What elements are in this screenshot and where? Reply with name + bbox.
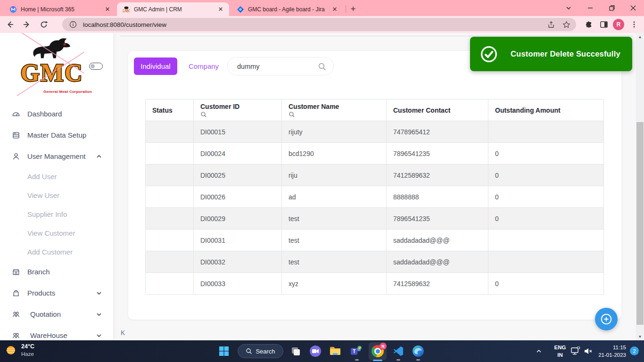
taskbar-weather-widget[interactable]: 24°C Haze — [5, 343, 34, 358]
network-icon[interactable] — [570, 346, 581, 356]
cell-id: DI00026 — [194, 186, 282, 208]
table-row[interactable]: DI00024bcd129078965412350 — [146, 143, 604, 165]
table-row[interactable]: DI00033xyz74125896320 — [146, 273, 604, 295]
gmc-logo: ✳ GMC General Meat Corporation — [6, 37, 102, 98]
table-row[interactable]: DI00032testsaddadadad@@@ — [146, 251, 604, 273]
page-scrollbar[interactable]: ▲ ▼ — [636, 33, 644, 340]
cell-contact: 7896541235 — [387, 143, 488, 165]
reload-button[interactable] — [37, 17, 51, 32]
column-search-icon[interactable] — [289, 111, 386, 118]
sidebar-item-branch[interactable]: Branch — [0, 261, 113, 282]
customer-table: StatusCustomer IDCustomer NameCustomer C… — [145, 99, 604, 295]
restore-button[interactable] — [601, 0, 623, 16]
video-app-icon[interactable] — [309, 345, 322, 357]
bookmark-star-icon[interactable] — [561, 19, 571, 30]
volume-muted-icon[interactable] — [584, 347, 593, 355]
tray-chevron-up-icon[interactable] — [536, 348, 542, 354]
file-explorer-icon[interactable] — [329, 345, 341, 357]
close-window-button[interactable] — [622, 0, 644, 16]
chrome-running-indicator — [373, 360, 382, 361]
start-button[interactable] — [218, 345, 230, 357]
language-indicator[interactable]: ENG IN — [552, 344, 569, 359]
side-panel-icon[interactable] — [598, 18, 610, 31]
edge-icon[interactable] — [412, 345, 424, 357]
notification-badge[interactable]: 2 — [630, 346, 639, 355]
minimize-button[interactable] — [579, 0, 601, 16]
forward-button[interactable] — [20, 17, 34, 32]
cell-name: test — [282, 208, 387, 230]
windows-taskbar: 24°C Haze Search T R — [0, 340, 644, 362]
scrollbar-thumb[interactable] — [636, 122, 644, 325]
back-button[interactable] — [3, 17, 17, 32]
table-row[interactable]: DI00026ad88888880 — [146, 186, 604, 208]
address-bar[interactable]: localhost:8080/customer/view — [62, 18, 576, 31]
search-icon[interactable] — [318, 62, 327, 71]
company-tab-button[interactable]: Company — [183, 58, 224, 75]
sidebar-item-supplier-info[interactable]: Supplier Info — [0, 205, 113, 223]
profile-avatar[interactable]: R — [613, 19, 624, 30]
site-info-icon[interactable] — [68, 19, 78, 30]
tab-search-chevron-icon[interactable] — [558, 0, 579, 16]
browser-tab-bar: Home | Microsoft 365✕GMCGMC Admin | CRM✕… — [0, 0, 644, 16]
sidebar-item-label: View User — [27, 191, 59, 199]
sidebar-item-add-customer[interactable]: Add Customer — [0, 242, 113, 261]
cell-contact: 7412589632 — [387, 165, 488, 186]
master-data-icon — [11, 131, 21, 140]
sidebar-collapse-toggle[interactable] — [89, 63, 103, 70]
chevron-up-icon — [95, 153, 103, 160]
table-row[interactable]: DI00015rijuty7478965412 — [146, 121, 604, 143]
toast-check-icon — [479, 45, 498, 64]
sidebar-item-view-customer[interactable]: View Customer — [0, 223, 113, 242]
cell-id: DI00033 — [194, 273, 282, 295]
customer-card: Individual Company StatusCustomer IDCust… — [128, 51, 621, 320]
browser-tab[interactable]: Home | Microsoft 365✕ — [4, 2, 116, 16]
teams-icon[interactable]: T — [350, 345, 362, 357]
browser-toolbar: localhost:8080/customer/view R — [0, 16, 644, 33]
taskbar-search[interactable]: Search — [238, 344, 283, 358]
tab-close-icon[interactable]: ✕ — [217, 6, 224, 13]
table-row[interactable]: DI00031testsaddadadad@@@ — [146, 230, 604, 251]
chrome-taskbar-button[interactable]: R — [369, 342, 387, 360]
sidebar-item-view-user[interactable]: View User — [0, 186, 113, 205]
scroll-down-arrow[interactable]: ▼ — [636, 333, 644, 340]
tab-close-icon[interactable]: ✕ — [104, 6, 111, 13]
browser-tab-active[interactable]: GMCGMC Admin | CRM✕ — [117, 2, 229, 16]
customer-search-input[interactable] — [237, 58, 313, 75]
column-header-customer-id: Customer ID — [194, 99, 282, 121]
add-customer-fab[interactable] — [595, 308, 618, 330]
sidebar-item-master-data-setup[interactable]: Master Data Setup — [0, 124, 113, 146]
cell-id: DI00025 — [194, 165, 282, 186]
sidebar-item-user-management[interactable]: User Management — [0, 146, 113, 167]
extensions-icon[interactable] — [583, 18, 595, 31]
sidebar-item-label: Master Data Setup — [27, 131, 86, 139]
url-text[interactable]: localhost:8080/customer/view — [83, 21, 546, 28]
taskbar-clock[interactable]: 11:15 21-01-2023 — [595, 344, 626, 359]
browser-menu-icon[interactable] — [628, 18, 640, 31]
new-tab-button[interactable]: + — [348, 4, 358, 14]
sidebar-item-warehouse[interactable]: WareHouse — [0, 325, 113, 340]
task-view-button[interactable] — [289, 345, 302, 357]
scroll-up-arrow[interactable]: ▲ — [636, 33, 644, 41]
cell-contact: 7896541235 — [387, 208, 488, 230]
share-icon[interactable] — [546, 19, 556, 30]
sidebar-item-add-user[interactable]: Add User — [0, 167, 113, 186]
table-row[interactable]: DI00025riju74125896320 — [146, 165, 604, 186]
success-toast[interactable]: Customer Delete Succesfully — [470, 37, 632, 71]
column-search-icon[interactable] — [200, 111, 281, 118]
individual-tab-button[interactable]: Individual — [134, 58, 177, 75]
browser-tab[interactable]: GMC board - Agile board - Jira✕ — [231, 2, 343, 16]
sidebar-item-quotation[interactable]: Quotation — [0, 304, 113, 325]
sidebar-item-label: Branch — [27, 268, 50, 276]
cell-contact: 8888888 — [387, 186, 488, 208]
sidebar-nav: DashboardMaster Data SetupUser Managemen… — [0, 103, 113, 340]
taskbar-search-label: Search — [256, 348, 275, 355]
vscode-icon[interactable] — [392, 345, 405, 357]
tab-close-icon[interactable]: ✕ — [331, 6, 339, 13]
table-row[interactable]: DI00029test78965412350 — [146, 208, 604, 230]
sidebar-item-products[interactable]: Products — [0, 282, 113, 304]
chrome-profile-badge: R — [380, 343, 387, 350]
sidebar-item-dashboard[interactable]: Dashboard — [0, 103, 113, 124]
chevron-down-icon — [95, 289, 103, 297]
sidebar-item-label: Quotation — [30, 310, 61, 318]
haze-sun-icon — [5, 344, 17, 357]
